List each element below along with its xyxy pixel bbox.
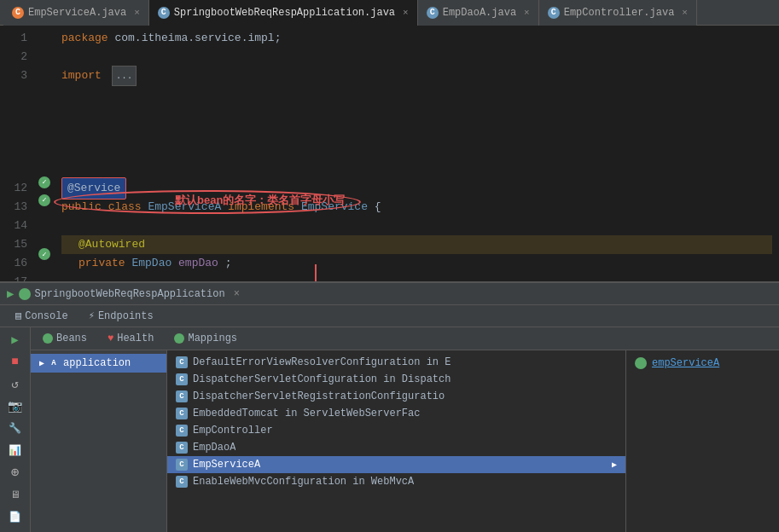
tree-item-label: application <box>63 357 131 369</box>
code-line-empty1 <box>61 85 772 104</box>
run-header: ▶ SpringbootWebReqRespApplication × <box>0 283 779 305</box>
beans-tab-health[interactable]: ♥ Health <box>102 331 159 346</box>
bean-arrow-right: ▶ <box>612 460 617 470</box>
run-title-area: SpringbootWebReqRespApplication <box>19 288 224 300</box>
list-item-5[interactable]: C EmpController <box>167 422 625 439</box>
tab-label-empdaoa: EmpDaoA.java <box>443 7 516 19</box>
tab-label-empcontroller: EmpController.java <box>564 7 675 19</box>
right-label-empservicea: empServiceA <box>652 357 719 369</box>
beans-tab-mappings[interactable]: Mappings <box>169 331 242 346</box>
sidebar-stop-icon[interactable]: ■ <box>7 353 24 370</box>
tab-close-empservicea[interactable]: × <box>134 8 140 18</box>
bean-text-3: DispatcherServletRegistrationConfigurati… <box>193 390 445 402</box>
tab-close-empdaoa[interactable]: × <box>524 8 530 18</box>
sidebar-camera-icon[interactable]: 📷 <box>7 397 24 414</box>
tab-empdaoa[interactable]: C EmpDaoA.java × <box>418 0 539 26</box>
code-editor[interactable]: package com.itheima.service.impl; import… <box>55 26 779 281</box>
tab-close-empcontroller[interactable]: × <box>682 8 688 18</box>
sidebar-file-icon[interactable]: 📄 <box>7 508 24 525</box>
beans-main: Beans ♥ Health Mappings <box>31 327 779 532</box>
bean-c-icon-1: C <box>176 356 188 368</box>
tab-empservicea[interactable]: C EmpServiceA.java × <box>3 0 149 26</box>
list-item-6[interactable]: C EmpDaoA <box>167 439 625 456</box>
code-line-17 <box>61 273 772 281</box>
run-panel: ▶ SpringbootWebReqRespApplication × ▤ Co… <box>0 281 779 532</box>
bean-c-icon-6: C <box>176 442 188 454</box>
list-item-8[interactable]: C EnableWebMvcConfiguration in WebMvcA <box>167 473 625 490</box>
code-line-16: private EmpDao empDao ; <box>61 254 772 273</box>
code-line-3: import ... <box>61 66 772 85</box>
list-item-7[interactable]: C EmpServiceA ▶ <box>167 456 625 473</box>
sidebar-settings-icon[interactable]: 🔧 <box>7 419 24 437</box>
bean-c-icon-2: C <box>176 373 188 385</box>
run-app-name: SpringbootWebReqRespApplication <box>34 288 224 300</box>
sidebar-chart-icon[interactable]: 📊 <box>7 442 24 459</box>
tab-bar: C EmpServiceA.java × C SpringbootWebReqR… <box>0 0 779 26</box>
tab-console[interactable]: ▤ Console <box>7 307 77 327</box>
code-line-12: @Service <box>61 179 772 198</box>
bean-c-icon-4: C <box>176 408 188 419</box>
tree-expand-arrow: ▶ <box>39 358 44 368</box>
right-icon-empservicea <box>635 357 647 369</box>
list-item-2[interactable]: C DispatcherServletConfiguration in Disp… <box>167 371 625 388</box>
endpoints-icon: ⚡ <box>89 309 95 322</box>
bean-c-icon-7: C <box>176 459 188 471</box>
tab-label-springboot: SpringbootWebReqRespApplication.java <box>174 7 395 19</box>
bean-c-icon-8: C <box>176 476 188 488</box>
sidebar-rerun-icon[interactable]: ↺ <box>7 375 24 392</box>
line-numbers: 1 2 3 12 13 14 15 16 17 <box>0 26 34 281</box>
bean-text-8: EnableWebMvcConfiguration in WebMvcA <box>193 476 414 488</box>
code-line-empty2 <box>61 104 772 123</box>
tab-icon-springboot: C <box>158 7 170 19</box>
tab-close-springboot[interactable]: × <box>403 8 409 18</box>
beans-panel: ▶ ■ ↺ 📷 🔧 📊 ⊕ 🖥 📄 Beans <box>0 327 779 532</box>
code-line-15: @Autowired <box>61 235 772 254</box>
code-line-empty5 <box>61 160 772 179</box>
code-line-13: public class EmpServiceA implements EmpS… <box>61 198 772 217</box>
beans-right-panel: empServiceA <box>625 350 779 532</box>
console-label: Console <box>25 310 67 322</box>
code-line-1: package com.itheima.service.impl; <box>61 29 772 48</box>
bean-text-2: DispatcherServletConfiguration in Dispat… <box>193 373 451 385</box>
tree-app-icon: A <box>48 357 60 369</box>
list-item-4[interactable]: C EmbeddedTomcat in ServletWebServerFac <box>167 405 625 422</box>
tree-item-application[interactable]: ▶ A application <box>31 354 166 373</box>
endpoints-label: Endpoints <box>98 310 154 322</box>
beans-tab-beans[interactable]: Beans <box>38 331 92 346</box>
beans-tree: ▶ A application <box>31 350 167 532</box>
list-item-1[interactable]: C DefaultErrorViewResolverConfiguration … <box>167 354 625 371</box>
sidebar-play-icon[interactable]: ▶ <box>7 331 24 348</box>
bean-text-7: EmpServiceA <box>193 459 260 471</box>
code-line-2 <box>61 48 772 66</box>
run-sidebar: ▶ ■ ↺ 📷 🔧 📊 ⊕ 🖥 📄 <box>0 327 31 532</box>
bean-text-1: DefaultErrorViewResolverConfiguration in… <box>193 356 451 368</box>
mappings-dot-green <box>174 333 184 344</box>
beans-dot-green <box>43 333 53 344</box>
beans-content: ▶ A application C DefaultErrorViewResolv… <box>31 350 779 532</box>
beans-label: Beans <box>56 332 87 344</box>
tab-springboot[interactable]: C SpringbootWebReqRespApplication.java × <box>149 0 418 26</box>
run-app-icon <box>19 288 31 300</box>
code-line-empty4 <box>61 142 772 160</box>
tab-endpoints[interactable]: ⚡ Endpoints <box>80 307 162 327</box>
sidebar-add-icon[interactable]: ⊕ <box>7 464 24 481</box>
health-label: Health <box>117 332 154 344</box>
right-item-empservicea[interactable]: empServiceA <box>626 354 779 373</box>
bean-c-icon-5: C <box>176 425 188 437</box>
service-annotation: @Service <box>61 177 126 200</box>
sidebar-terminal-icon[interactable]: 🖥 <box>7 486 24 503</box>
tab-empcontroller[interactable]: C EmpController.java × <box>539 0 697 26</box>
beans-toolbar: Beans ♥ Health Mappings <box>31 327 779 350</box>
editor-area: 1 2 3 12 13 14 15 16 17 <box>0 26 779 281</box>
run-close-icon[interactable]: × <box>234 288 240 300</box>
tab-icon-empcontroller: C <box>548 7 560 19</box>
console-icon: ▤ <box>15 309 21 322</box>
gutter-icon-12: ✓ <box>34 173 55 191</box>
list-item-3[interactable]: C DispatcherServletRegistrationConfigura… <box>167 388 625 405</box>
code-line-empty3 <box>61 123 772 142</box>
bean-text-6: EmpDaoA <box>193 442 235 454</box>
tab-icon-empservicea: C <box>12 7 24 19</box>
tab-label-empservicea: EmpServiceA.java <box>28 7 126 19</box>
code-line-14 <box>61 217 772 235</box>
import-collapse[interactable]: ... <box>112 66 137 86</box>
